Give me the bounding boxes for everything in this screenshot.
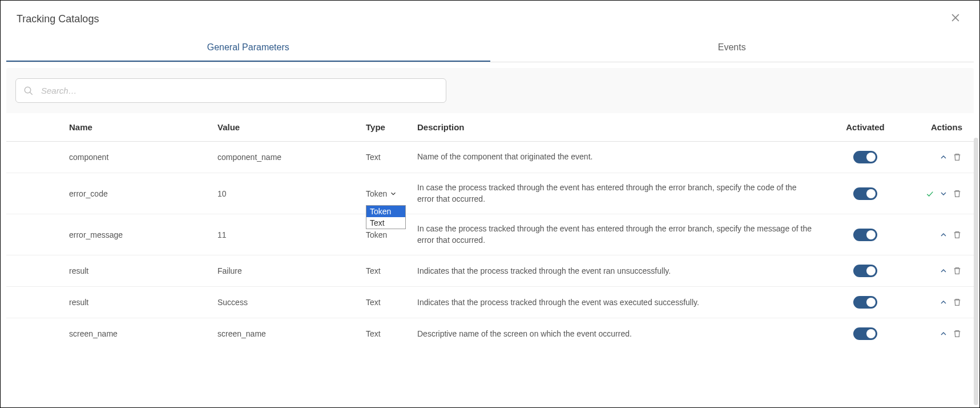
svg-line-3: [30, 92, 33, 95]
tab-general-parameters[interactable]: General Parameters: [6, 34, 490, 62]
delete-button[interactable]: [952, 230, 962, 240]
header-actions: Actions: [905, 122, 974, 132]
cell-name: screen_name: [69, 329, 212, 338]
trash-icon: [953, 153, 962, 162]
cell-name: component: [69, 153, 212, 162]
confirm-button[interactable]: [925, 189, 935, 199]
cell-value: Success: [217, 298, 360, 307]
collapse-button[interactable]: [938, 230, 949, 240]
search-input[interactable]: [15, 78, 446, 103]
delete-button[interactable]: [952, 152, 962, 162]
activated-toggle[interactable]: [853, 265, 877, 277]
tabs: General Parameters Events: [6, 34, 974, 62]
header-type: Type: [366, 122, 412, 132]
svg-point-2: [25, 87, 31, 93]
dropdown-option-token[interactable]: Token: [366, 206, 405, 217]
collapse-button[interactable]: [938, 297, 949, 307]
header-activated: Activated: [831, 122, 900, 132]
cell-description: Indicates that the process tracked throu…: [417, 266, 825, 277]
collapse-button[interactable]: [938, 152, 949, 162]
dropdown-option-text[interactable]: Text: [366, 217, 405, 229]
page-title: Tracking Catalogs: [17, 13, 99, 25]
collapse-button[interactable]: [938, 329, 949, 339]
table-row: error_message 11 Token In case the proce…: [6, 214, 974, 255]
activated-toggle[interactable]: [853, 151, 877, 163]
table-row: result Success Text Indicates that the p…: [6, 287, 974, 318]
cell-name: error_message: [69, 230, 212, 239]
activated-toggle[interactable]: [853, 296, 877, 309]
trash-icon: [953, 329, 962, 338]
table-row: result Failure Text Indicates that the p…: [6, 255, 974, 287]
search-icon: [23, 86, 34, 96]
chevron-up-icon: [939, 329, 948, 338]
cell-type: Text: [366, 329, 412, 338]
cell-type: Text: [366, 266, 412, 275]
chevron-up-icon: [939, 230, 948, 239]
cell-value: Failure: [217, 266, 360, 275]
table-header-row: Name Value Type Description Activated Ac…: [6, 113, 974, 142]
chevron-up-icon: [939, 298, 948, 307]
delete-button[interactable]: [952, 189, 962, 199]
cell-type: Text: [366, 153, 412, 162]
parameters-table: Name Value Type Description Activated Ac…: [6, 113, 974, 349]
search-bar-area: [6, 68, 974, 113]
chevron-up-icon: [939, 153, 948, 162]
trash-icon: [953, 298, 962, 307]
cell-value: 10: [217, 189, 360, 198]
cell-type: Text: [366, 298, 412, 307]
chevron-down-icon: [939, 189, 948, 198]
cell-description: In case the process tracked through the …: [417, 223, 825, 246]
expand-button[interactable]: [938, 189, 949, 199]
header-value: Value: [217, 122, 360, 132]
header-description: Description: [417, 122, 825, 132]
chevron-down-icon: [389, 190, 397, 198]
cell-description: Indicates that the process tracked throu…: [417, 297, 825, 309]
cell-value: component_name: [217, 153, 360, 162]
table-row: component component_name Text Name of th…: [6, 142, 974, 173]
header-name: Name: [69, 122, 212, 132]
trash-icon: [953, 230, 962, 239]
scrollbar[interactable]: [974, 138, 978, 405]
cell-value: screen_name: [217, 329, 360, 338]
trash-icon: [953, 189, 962, 198]
trash-icon: [953, 266, 962, 275]
delete-button[interactable]: [952, 329, 962, 339]
cell-description: Descriptive name of the screen on which …: [417, 329, 825, 340]
activated-toggle[interactable]: [853, 229, 877, 241]
cell-name: result: [69, 298, 212, 307]
type-select[interactable]: Token: [366, 189, 397, 198]
check-icon: [925, 189, 934, 198]
close-icon: [950, 12, 961, 23]
delete-button[interactable]: [952, 266, 962, 276]
collapse-button[interactable]: [938, 266, 949, 276]
activated-toggle[interactable]: [853, 187, 877, 200]
cell-value: 11: [217, 230, 360, 239]
cell-type: Token: [366, 230, 412, 239]
table-row: screen_name screen_name Text Descriptive…: [6, 318, 974, 349]
delete-button[interactable]: [952, 297, 962, 307]
cell-description: In case the process tracked through the …: [417, 182, 825, 205]
tab-events[interactable]: Events: [490, 34, 974, 62]
type-select-value: Token: [366, 189, 387, 198]
cell-name: result: [69, 266, 212, 275]
close-button[interactable]: [947, 10, 963, 29]
chevron-up-icon: [939, 266, 948, 275]
activated-toggle[interactable]: [853, 327, 877, 340]
cell-name: error_code: [69, 189, 212, 198]
type-dropdown: Token Text: [366, 205, 406, 229]
table-row: error_code 10 Token Token Text In case t…: [6, 173, 974, 214]
cell-description: Name of the component that originated th…: [417, 151, 825, 163]
